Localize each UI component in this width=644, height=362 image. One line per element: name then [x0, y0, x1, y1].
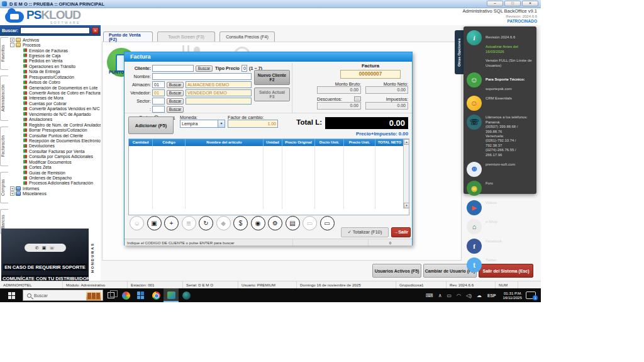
sponsored-link[interactable]: PATROCINADO — [463, 19, 537, 23]
sidebar-category-tab[interactable]: Favoritos — [0, 37, 8, 70]
sidebar-category-tab[interactable]: Compras — [0, 172, 8, 203]
buscar-extra-button[interactable]: Buscar — [167, 106, 184, 113]
tree-toggle-icon[interactable]: + — [10, 186, 14, 191]
grid-column-header[interactable]: Precio Unit. — [344, 139, 375, 146]
maximize-button[interactable]: □ — [504, 1, 521, 6]
save-icon[interactable]: ▣ — [147, 216, 162, 230]
tree-item[interactable]: Intereses de Mora — [8, 96, 101, 101]
language-indicator[interactable]: ESP — [487, 293, 496, 298]
tree-root[interactable]: + Misceláneos — [8, 191, 101, 196]
grid-column-header[interactable]: Precio Original — [282, 139, 315, 146]
update-info-item[interactable]: i Revisión 2024.6.6 Actualizar Antes del… — [467, 30, 533, 68]
photos-app-icon[interactable] — [118, 288, 133, 302]
tree-root[interactable]: - Procesos — [8, 42, 101, 47]
tree-item[interactable]: Borrar Presupuesto/Cotización — [8, 127, 101, 132]
adicionar-button[interactable]: Adicionar (F5) — [128, 116, 174, 134]
pskloud-app-icon[interactable] — [164, 288, 179, 302]
nombre-input[interactable] — [152, 73, 252, 80]
usuarios-activos-button[interactable]: Usuarios Activos (F5) — [372, 264, 421, 278]
wifi-icon[interactable]: ◠ — [457, 293, 461, 298]
tree-item[interactable]: Guías de Remisión — [8, 170, 101, 175]
customer-icon[interactable]: ☺ — [130, 216, 144, 230]
chrome-app-icon[interactable] — [148, 288, 164, 302]
salir-button[interactable]: →Salir — [391, 227, 411, 237]
scroll-up-icon[interactable]: ▲ — [404, 139, 409, 145]
buscar-cliente-button[interactable]: Buscar — [196, 65, 213, 72]
main-tab[interactable]: Punto de Venta (F2) — [103, 31, 153, 42]
clear-search-icon[interactable]: × — [92, 27, 99, 34]
tree-item[interactable]: Procesos Adicionales Facturación — [8, 181, 101, 186]
almacen-code-input[interactable]: 01 — [152, 81, 165, 88]
vendedor-code-input[interactable]: 01 — [152, 89, 165, 96]
grid-scrollbar[interactable]: ▲ ▼ — [403, 139, 409, 208]
sidebar-category-tab[interactable]: Facturación — [0, 127, 8, 166]
tree-toggle-icon[interactable]: + — [10, 38, 14, 42]
saldo-actual-button[interactable]: Saldo ActualF3 — [254, 88, 290, 101]
tree-item[interactable]: Vencimiento de N/C de Apartado — [8, 111, 101, 116]
cliente-input[interactable] — [152, 65, 194, 72]
grid-column-header[interactable]: Nombre del artículo — [186, 139, 264, 146]
delivery-icon[interactable]: ▭ — [303, 216, 317, 230]
notification-icon[interactable]: 1 — [526, 291, 536, 299]
tree-root[interactable]: + Archivos — [8, 37, 101, 42]
tree-root[interactable]: + Informes — [8, 186, 101, 191]
tree-item[interactable]: Consulta por Campos Adicionales — [8, 154, 101, 159]
tree-toggle-icon[interactable]: + — [10, 191, 14, 196]
totalizar-button[interactable]: ✓ Totalizar (F10) — [341, 227, 389, 237]
phones-item[interactable]: ☏ Llámenos a los teléfonos: Panamá: (005… — [467, 115, 533, 157]
eshop-item[interactable]: ⌂ e-Shop — [467, 219, 533, 234]
refresh-icon[interactable]: ↻ — [199, 216, 213, 230]
chevron-down-icon[interactable]: ▾ — [218, 120, 225, 127]
tree-item[interactable]: Convertir Avisos de Cobro en Facturas — [8, 90, 101, 95]
tree-item[interactable]: Anulaciones — [8, 116, 101, 122]
taskbar-search[interactable]: Buscar — [23, 290, 103, 301]
preview-icon[interactable]: ◉ — [251, 216, 265, 230]
addons-icon[interactable]: ◆ — [216, 216, 231, 230]
website-item[interactable]: ⊕ premium-soft.com — [467, 162, 533, 177]
chevron-up-icon[interactable]: ∧ — [438, 293, 442, 298]
currency-icon[interactable]: $ — [233, 216, 248, 230]
support-item[interactable]: ☺ Para Soporte Técnico: soportepsk.com — [467, 72, 533, 92]
clock[interactable]: 01:31 P.M. 16/11/2025 — [502, 291, 522, 300]
buscar-almacen-button[interactable]: Buscar — [167, 82, 184, 88]
tree-item[interactable]: Consultar Facturas por Venta — [8, 149, 101, 154]
tree-item[interactable]: Pedidos en Venta — [8, 59, 101, 64]
task-view-button[interactable] — [103, 288, 118, 302]
sidebar-category-tab[interactable]: Administración — [0, 76, 8, 121]
tree-item[interactable]: Cortes Zeta — [8, 164, 101, 169]
tipo-precio-value[interactable]: 0 — [242, 65, 247, 72]
swirl-app-icon[interactable] — [179, 288, 194, 302]
scroll-down-icon[interactable]: ▼ — [404, 203, 409, 208]
tree-item[interactable]: Devoluciones — [8, 144, 101, 149]
crm-item[interactable]: ☺ CRM Essentials — [467, 96, 533, 111]
main-tab[interactable]: Touch Screen (F3) — [157, 31, 215, 42]
forum-item[interactable]: ◉ Foro — [467, 181, 533, 196]
cloud-sync-icon[interactable]: ☁ — [477, 293, 482, 298]
search-input[interactable] — [20, 27, 90, 34]
tree-item[interactable]: Modificar Documentos — [8, 159, 101, 164]
moneda-select[interactable]: Lempira ▾ — [180, 120, 225, 128]
tree-item[interactable]: Egresos de Caja — [8, 53, 101, 58]
tree-item[interactable]: Generación de Documentos en Lote — [8, 85, 101, 90]
tree-item[interactable]: Avisos de Cobro — [8, 79, 101, 84]
tree-item[interactable]: Presupuesto/Cotización — [8, 74, 101, 79]
close-button[interactable]: × — [522, 1, 538, 6]
otras-opciones-tab[interactable]: Otras Opciones — [455, 30, 464, 74]
tree-toggle-icon[interactable]: - — [10, 43, 14, 47]
notes-icon[interactable]: ▤ — [286, 216, 300, 230]
videos-item[interactable]: ▶ Videos — [467, 200, 533, 215]
tree-item[interactable]: Recepción de Documentos Electrónicos — [8, 138, 101, 143]
tree-item[interactable]: Emisión de Facturas — [8, 48, 101, 53]
battery-icon[interactable]: ▭ — [447, 293, 452, 298]
support-link[interactable]: soportepsk.com — [486, 87, 512, 91]
store-app-icon[interactable] — [133, 288, 148, 302]
nuevo-cliente-button[interactable]: Nuevo ClienteF2 — [254, 70, 290, 85]
grid-column-header[interactable]: TOTAL NETO — [375, 139, 404, 146]
descuentos-options-button[interactable]: ... — [354, 96, 361, 101]
facebook-item[interactable]: f Facebook — [467, 239, 533, 254]
grid-column-header[interactable]: Unidad — [264, 139, 282, 146]
print-settings-icon[interactable]: ⚙ — [268, 216, 282, 230]
new-item-icon[interactable]: + — [164, 216, 179, 230]
tree-item[interactable]: Cuentas por Cobrar — [8, 101, 101, 106]
dispatch-icon[interactable]: ▭ — [320, 216, 335, 230]
